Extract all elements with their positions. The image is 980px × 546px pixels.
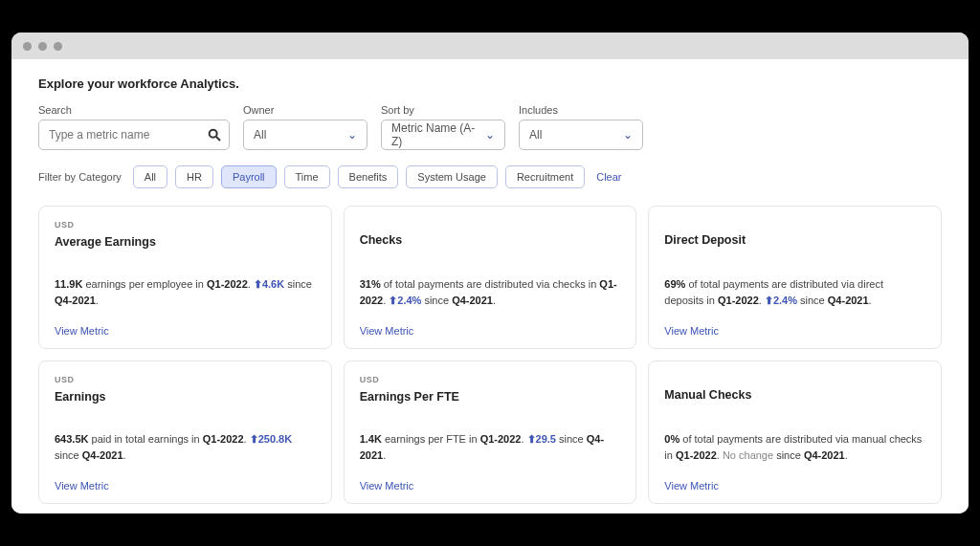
filter-chip-benefits[interactable]: Benefits <box>338 165 399 188</box>
filter-chip-time[interactable]: Time <box>284 165 330 188</box>
view-metric-link[interactable]: View Metric <box>664 480 925 491</box>
filter-row: Filter by Category AllHRPayrollTimeBenef… <box>38 165 942 188</box>
owner-label: Owner <box>243 104 368 116</box>
chevron-down-icon: ⌄ <box>485 128 495 142</box>
app-window: Explore your workforce Analytics. Search… <box>11 33 969 513</box>
cards-grid: USDAverage Earnings11.9K earnings per em… <box>38 206 942 504</box>
search-input[interactable] <box>38 120 230 150</box>
view-metric-link[interactable]: View Metric <box>360 325 621 337</box>
arrow-up-icon: ⬆ <box>527 433 536 445</box>
trend-indicator: ⬆2.4% <box>765 295 797 306</box>
sort-value: Metric Name (A-Z) <box>391 121 485 148</box>
metric-description: 69% of total payments are distributed vi… <box>664 276 925 308</box>
owner-select[interactable]: All ⌄ <box>243 120 368 150</box>
chevron-down-icon: ⌄ <box>623 128 633 142</box>
arrow-up-icon: ⬆ <box>765 295 773 306</box>
metric-title: Manual Checks <box>664 388 925 402</box>
metric-title: Direct Deposit <box>664 233 925 247</box>
filter-chip-hr[interactable]: HR <box>175 165 213 188</box>
trend-indicator: ⬆2.4% <box>389 295 421 306</box>
metric-description: 643.5K paid in total earnings in Q1-2022… <box>55 431 316 463</box>
owner-value: All <box>254 128 266 142</box>
includes-select[interactable]: All ⌄ <box>519 120 643 150</box>
sort-control: Sort by Metric Name (A-Z) ⌄ <box>381 104 505 150</box>
filter-chip-system-usage[interactable]: System Usage <box>406 165 498 188</box>
metric-title: Average Earnings <box>55 235 316 249</box>
includes-value: All <box>529 128 542 142</box>
metric-title: Earnings <box>55 390 316 404</box>
metric-description: 0% of total payments are distributed via… <box>664 431 925 463</box>
window-dot <box>38 42 47 51</box>
filter-chip-payroll[interactable]: Payroll <box>221 165 277 188</box>
currency-badge: USD <box>55 375 316 384</box>
includes-label: Includes <box>519 104 643 116</box>
view-metric-link[interactable]: View Metric <box>55 325 316 337</box>
view-metric-link[interactable]: View Metric <box>664 325 925 337</box>
metric-description: 31% of total payments are distributed vi… <box>360 276 621 308</box>
view-metric-link[interactable]: View Metric <box>360 480 621 491</box>
metric-card: Direct Deposit69% of total payments are … <box>648 206 942 349</box>
metric-title: Checks <box>360 233 621 247</box>
sort-label: Sort by <box>381 104 505 116</box>
metric-description: 1.4K earnings per FTE in Q1-2022. ⬆29.5 … <box>360 431 621 463</box>
filter-chip-recruitment[interactable]: Recruitment <box>505 165 585 188</box>
trend-indicator: ⬆250.8K <box>250 433 292 445</box>
metric-card: USDEarnings Per FTE1.4K earnings per FTE… <box>344 360 637 504</box>
trend-indicator: ⬆29.5 <box>527 433 556 445</box>
metric-card: Checks31% of total payments are distribu… <box>344 206 637 349</box>
arrow-up-icon: ⬆ <box>254 278 262 290</box>
filter-label: Filter by Category <box>38 171 122 183</box>
search-icon[interactable] <box>207 127 222 142</box>
chevron-down-icon: ⌄ <box>347 128 357 142</box>
page-title: Explore your workforce Analytics. <box>38 76 942 91</box>
sort-select[interactable]: Metric Name (A-Z) ⌄ <box>381 120 505 150</box>
currency-badge: USD <box>55 220 316 229</box>
window-dot <box>54 42 62 51</box>
arrow-up-icon: ⬆ <box>389 295 397 306</box>
search-box <box>38 120 230 150</box>
view-metric-link[interactable]: View Metric <box>55 480 316 491</box>
metric-card: Manual Checks0% of total payments are di… <box>648 360 942 504</box>
owner-control: Owner All ⌄ <box>243 104 368 150</box>
trend-no-change: No change <box>723 449 773 461</box>
currency-badge: USD <box>360 375 621 384</box>
svg-line-1 <box>216 137 220 141</box>
metric-card: USDEarnings643.5K paid in total earnings… <box>38 360 332 504</box>
filter-chip-all[interactable]: All <box>133 165 167 188</box>
metric-title: Earnings Per FTE <box>360 390 621 404</box>
search-label: Search <box>38 104 230 116</box>
search-control: Search <box>38 104 230 150</box>
window-titlebar <box>11 33 969 59</box>
controls-row: Search Owner All ⌄ Sort by Metric N <box>38 104 942 150</box>
trend-indicator: ⬆4.6K <box>254 278 284 290</box>
page-content: Explore your workforce Analytics. Search… <box>11 59 969 513</box>
window-dot <box>23 42 32 51</box>
clear-filters-link[interactable]: Clear <box>596 171 621 183</box>
metric-card: USDAverage Earnings11.9K earnings per em… <box>38 206 332 349</box>
metric-description: 11.9K earnings per employee in Q1-2022. … <box>55 276 316 308</box>
arrow-up-icon: ⬆ <box>250 433 258 445</box>
includes-control: Includes All ⌄ <box>519 104 643 150</box>
svg-point-0 <box>210 130 217 138</box>
